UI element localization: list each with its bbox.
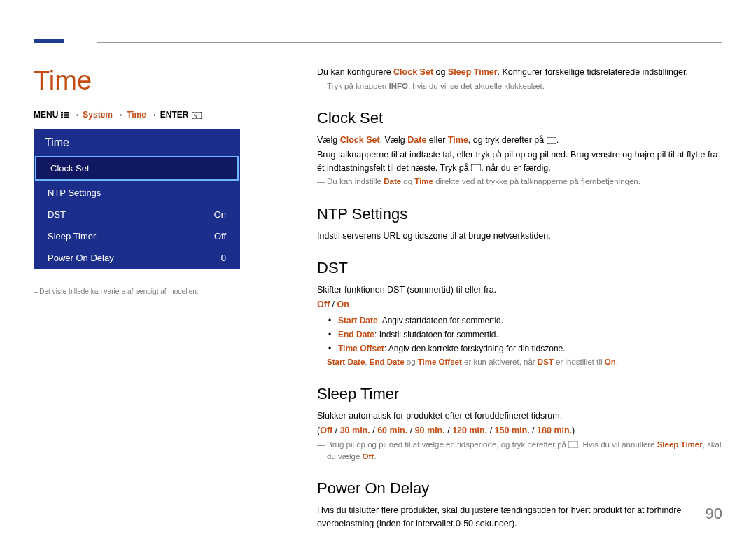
text: On [605,358,616,366]
text: / [330,300,337,309]
text: Sleep Timer [657,440,703,449]
svg-rect-3 [61,115,63,117]
text: Clock Set [393,67,433,77]
menu-item-value: Off [214,231,226,241]
text: . Konfigurer forskellige tidsrelaterede … [498,67,688,77]
dst-bullets: Start Date: Angiv startdatoen for sommer… [338,314,722,355]
text: End Date [338,330,374,339]
clock-set-heading: Clock Set [317,106,722,129]
text: Time Offset [418,358,462,366]
text: og [401,177,414,185]
enter-icon [471,163,481,173]
menu-item-label: NTP Settings [48,188,101,198]
text: direkte ved at trykke på talknapperne på… [433,177,640,185]
clockset-line1: Vælg Clock Set. Vælg Date eller Time, og… [317,134,722,147]
enter-icon [192,110,202,120]
text: : Indstil slutdatoen for sommertid. [374,330,498,339]
menu-header: Time [34,129,240,155]
text: Vælg [317,135,340,145]
text: / [332,426,340,435]
text: 90 min. [415,426,445,435]
menu-item-label: Sleep Timer [48,231,96,241]
text: / [530,426,537,435]
text: er indstillet til [554,358,605,366]
menu-item-sleep-timer[interactable]: Sleep Timer Off [34,225,240,247]
menu-grid-icon [61,110,69,120]
text: : Angiv den korrekte forskydning for din… [384,344,566,353]
svg-rect-5 [66,115,69,117]
text: End Date [370,358,405,366]
text: . [374,452,376,461]
text: Time Offset [338,344,384,353]
dst-options: Off / On [317,298,722,311]
text: Time [414,177,433,185]
text: . Vælg [380,135,408,145]
text: er kun aktiveret, når [462,358,538,366]
enter-icon [568,440,578,449]
breadcrumb: MENU → System → Time → ENTER [34,110,282,120]
text: 150 min. [495,426,530,435]
svg-rect-11 [471,164,481,171]
text: DST [538,358,554,366]
text: , når du er færdig. [481,163,550,173]
enter-icon [547,135,556,145]
text: / [487,426,494,435]
top-bar [34,27,722,45]
sleep-note: Brug pil op og pil ned til at vælge en t… [327,439,722,463]
list-item: Start Date: Angiv startdatoen for sommer… [338,314,722,327]
svg-rect-12 [568,441,578,448]
breadcrumb-time: Time [127,110,146,120]
clockset-line2: Brug talknapperne til at indtaste tal, e… [317,148,722,175]
text: / [370,426,377,435]
arrow-icon: → [71,110,80,120]
list-item: Time Offset: Angiv den korrekte forskydn… [338,342,722,355]
text: Time [448,135,468,145]
menu-item-power-on-delay[interactable]: Power On Delay 0 [34,247,240,269]
ntp-heading: NTP Settings [317,202,722,225]
text: 180 min. [537,426,572,435]
svg-rect-1 [64,112,66,114]
text: Brug pil op og pil ned til at vælge en t… [327,440,568,449]
main-content: Du kan konfigurere Clock Set og Sleep Ti… [282,66,722,532]
text: : Angiv startdatoen for sommertid. [378,316,503,325]
page-number: 90 [706,505,722,523]
text: Date [407,135,426,145]
text: , og tryk derefter på [468,135,547,145]
intro-text: Du kan konfigurere Clock Set og Sleep Ti… [317,66,722,79]
text: / [445,426,452,435]
power-on-delay-heading: Power On Delay [317,477,722,500]
text: Off [363,452,374,461]
ntp-body: Indstil serverens URL og tidszone til at… [317,230,722,243]
text: , hvis du vil se det aktuelle klokkeslæt… [408,82,545,90]
accent-bar [34,39,64,43]
text: / [407,426,414,435]
text: Du kan konfigurere [317,67,393,77]
text: Clock Set [340,135,380,145]
text: Off [317,300,330,309]
menu-item-label: Power On Delay [48,253,114,263]
intro-note: Tryk på knappen INFO, hvis du vil se det… [327,80,722,92]
text: 30 min. [340,426,370,435]
list-item: End Date: Indstil slutdatoen for sommert… [338,328,722,341]
dst-note: Start Date, End Date og Time Offset er k… [327,356,722,368]
text: ) [572,426,575,435]
text: . Hvis du vil annullere [578,440,657,449]
sleep-timer-heading: Sleep Timer [317,382,722,405]
text: og [405,358,418,366]
menu-item-clock-set[interactable]: Clock Set [35,156,239,181]
menu-item-dst[interactable]: DST On [34,204,240,225]
menu-panel: Time Clock Set NTP Settings DST On Sleep… [34,129,240,269]
breadcrumb-system: System [83,110,113,120]
menu-item-ntp-settings[interactable]: NTP Settings [34,182,240,204]
disclaimer-rule [34,283,139,283]
svg-rect-10 [547,137,556,144]
text: On [337,300,349,309]
text: Start Date [327,358,365,366]
menu-item-label: Clock Set [50,163,90,174]
text: Off [320,426,332,435]
svg-rect-6 [61,117,63,119]
svg-rect-2 [66,112,69,114]
text: Date [384,177,401,185]
pod-body: Hvis du tilslutter flere produkter, skal… [317,504,722,531]
text: INFO [388,82,407,90]
